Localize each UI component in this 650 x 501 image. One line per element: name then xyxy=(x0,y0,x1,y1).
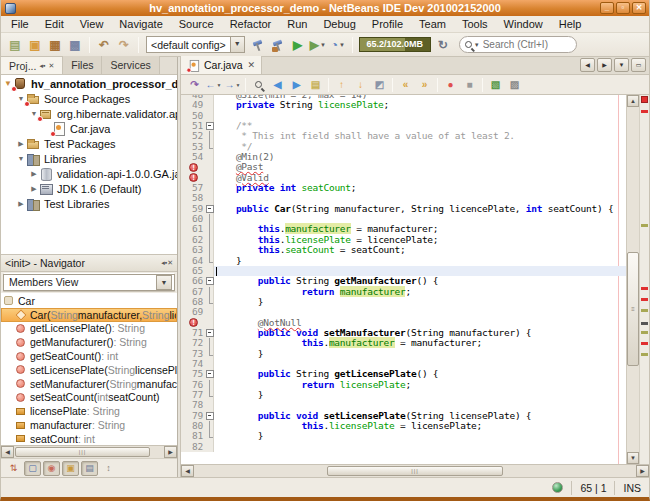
code-line-49[interactable]: 49 private String licensePlate; xyxy=(181,100,626,110)
scroll-right-icon[interactable]: ▶ xyxy=(636,465,649,477)
error-stripe-mark[interactable] xyxy=(641,353,648,356)
search-input[interactable] xyxy=(483,39,563,50)
navigator-item[interactable]: manufacturer : String xyxy=(1,418,177,432)
code-fold-icon[interactable] xyxy=(205,121,214,131)
navigator-item[interactable]: licensePlate : String xyxy=(1,404,177,418)
navigator-item[interactable]: setSeatCount(int seatCount) xyxy=(1,391,177,405)
code-line-77[interactable]: 77 } xyxy=(181,390,626,400)
scroll-up-icon[interactable]: ▲ xyxy=(627,95,639,107)
menu-team[interactable]: Team xyxy=(411,17,454,31)
code-line-57[interactable]: 57 private int seatCount; xyxy=(181,183,626,193)
code-fold-icon[interactable] xyxy=(205,390,214,400)
find-selection-button[interactable] xyxy=(249,76,268,93)
code-line-81[interactable]: 81 } xyxy=(181,431,626,441)
toggle-bookmark-button[interactable]: ◩ xyxy=(370,76,389,93)
show-static-members-filter[interactable]: ▣ xyxy=(62,461,79,476)
last-edit-location-button[interactable]: ↷ xyxy=(185,76,204,93)
error-stripe-mark[interactable] xyxy=(641,287,648,290)
show-non-public-members-filter[interactable]: ▤ xyxy=(81,461,98,476)
code-fold-icon[interactable] xyxy=(205,297,214,307)
tree-item-validation-api-1-0-0-ga-jar[interactable]: ▶validation-api-1.0.0.GA.jar xyxy=(1,166,177,181)
menu-source[interactable]: Source xyxy=(171,17,222,31)
menu-help[interactable]: Help xyxy=(551,17,590,31)
chevron-down-icon[interactable]: ▼ xyxy=(339,42,345,48)
expand-closed-icon[interactable]: ▶ xyxy=(16,200,26,208)
code-line-63[interactable]: 63 this.seatCount = seatCount; xyxy=(181,245,626,255)
menu-file[interactable]: File xyxy=(5,17,37,31)
tree-item-test-libraries[interactable]: ▶Test Libraries xyxy=(1,196,177,211)
stop-macro-recording-button[interactable]: ■ xyxy=(460,76,479,93)
tree-item-org-hibernate-validator-ap-demo[interactable]: ▼org.hibernate.validator.ap.demo xyxy=(1,106,177,121)
code-fold-icon[interactable] xyxy=(205,380,214,390)
scroll-left-icon[interactable]: ◀ xyxy=(181,465,194,477)
find-previous-button[interactable]: ◀ xyxy=(268,76,287,93)
uncomment-button[interactable]: ▨ xyxy=(505,76,524,93)
config-combobox[interactable]: <default config> ▼ xyxy=(146,36,245,53)
error-icon[interactable]: ! xyxy=(189,173,198,182)
editor-vscrollbar[interactable]: ▲ ≡ ▼ xyxy=(626,95,639,464)
code-fold-icon[interactable] xyxy=(205,431,214,441)
menu-profile[interactable]: Profile xyxy=(364,17,411,31)
menu-debug[interactable]: Debug xyxy=(315,17,363,31)
chevron-down-icon[interactable]: ▼ xyxy=(320,42,326,48)
show-fields-filter[interactable]: ◉ xyxy=(43,461,60,476)
tree-item-test-packages[interactable]: ▶Test Packages xyxy=(1,136,177,151)
shift-left-button[interactable]: « xyxy=(396,76,415,93)
expand-closed-icon[interactable]: ▶ xyxy=(29,185,39,193)
chevron-down-icon[interactable]: ▼ xyxy=(236,82,241,88)
minimize-panel-icon[interactable]: ◂▪ xyxy=(39,62,45,70)
tab-services[interactable]: Services xyxy=(102,56,159,74)
error-stripe-mark[interactable] xyxy=(641,224,648,227)
close-icon[interactable]: ✕ xyxy=(48,62,54,70)
shift-right-button[interactable]: » xyxy=(415,76,434,93)
code-editor[interactable]: 48 @Size(min = 2, max = 14)49 private St… xyxy=(181,95,626,464)
code-fold-icon[interactable] xyxy=(205,235,214,245)
scroll-down-icon[interactable]: ▼ xyxy=(627,452,639,464)
error-summary-icon[interactable] xyxy=(641,96,648,103)
error-stripe-mark[interactable] xyxy=(641,110,648,113)
navigator-item[interactable]: getManufacturer() : String xyxy=(1,335,177,349)
previous-bookmark-button[interactable]: ↑ xyxy=(332,76,351,93)
menu-tools[interactable]: Tools xyxy=(454,17,496,31)
navigator-item[interactable]: Car xyxy=(1,294,177,308)
navigator-item[interactable]: getLicensePlate() : String xyxy=(1,322,177,336)
chevron-down-icon[interactable]: ▼ xyxy=(217,82,222,88)
navigator-item[interactable]: Car(String manufacturer, String licenc xyxy=(1,308,177,322)
tree-item-jdk-1-6-default-[interactable]: ▶JDK 1.6 (Default) xyxy=(1,181,177,196)
garbage-collect-button[interactable]: ↻ xyxy=(433,35,453,55)
save-all-button[interactable]: ▩ xyxy=(65,35,85,55)
code-fold-icon[interactable] xyxy=(205,131,214,141)
forward-button[interactable]: →▼ xyxy=(223,76,242,93)
expand-open-icon[interactable]: ▼ xyxy=(16,155,26,162)
minimize-button[interactable]: _ xyxy=(600,2,614,14)
code-line-64[interactable]: 64 } xyxy=(181,256,626,266)
code-fold-icon[interactable] xyxy=(205,369,214,379)
error-stripe[interactable] xyxy=(639,95,649,464)
start-macro-recording-button[interactable]: ● xyxy=(441,76,460,93)
menu-view[interactable]: View xyxy=(72,17,112,31)
undo-button[interactable]: ↶ xyxy=(94,35,114,55)
show-inherited-members-filter[interactable]: ▢ xyxy=(24,461,41,476)
scroll-tabs-right-button[interactable]: ▶ xyxy=(597,58,612,72)
next-bookmark-button[interactable]: ↓ xyxy=(351,76,370,93)
code-fold-icon[interactable] xyxy=(205,287,214,297)
error-stripe-mark[interactable] xyxy=(641,298,648,301)
back-button[interactable]: ←▼ xyxy=(204,76,223,93)
maximize-button[interactable]: ▫ xyxy=(616,2,630,14)
expand-closed-icon[interactable]: ▶ xyxy=(29,170,39,178)
navigator-view-combobox[interactable]: Members View ▼ xyxy=(2,273,176,292)
scroll-left-icon[interactable]: ◀ xyxy=(1,446,14,458)
memory-indicator[interactable]: 65.2/102.0MB xyxy=(359,37,431,52)
open-project-button[interactable]: ▦ xyxy=(45,35,65,55)
code-line-73[interactable]: 73 } xyxy=(181,349,626,359)
error-stripe-mark[interactable] xyxy=(641,331,648,334)
build-project-button[interactable] xyxy=(248,35,268,55)
chevron-down-icon[interactable]: ▼ xyxy=(156,275,172,290)
navigator-hscrollbar[interactable]: ◀ ||| ▶ xyxy=(1,445,177,458)
code-fold-icon[interactable] xyxy=(205,328,214,338)
navigator-item[interactable]: getSeatCount() : int xyxy=(1,349,177,363)
tree-item-source-packages[interactable]: ▼Source Packages xyxy=(1,91,177,106)
quick-search-box[interactable]: ▼ xyxy=(459,36,577,53)
menu-navigate[interactable]: Navigate xyxy=(111,17,170,31)
close-icon[interactable]: ✕ xyxy=(167,259,173,267)
